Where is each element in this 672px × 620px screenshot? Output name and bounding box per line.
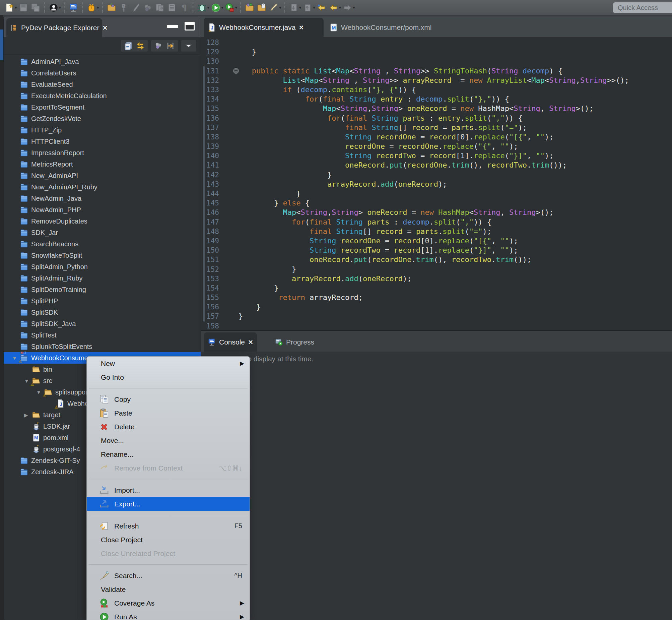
line-number: 157 [201,312,232,321]
code-line-143: 143 arrayRecord.add(oneRecord); [201,179,672,189]
tree-item-label: SnowflakeToSplit [31,252,82,259]
close-console-icon[interactable]: × [248,338,253,346]
tree-item-new-adminapi-ruby[interactable]: New_AdminAPI_Ruby [4,181,201,193]
remote-console-icon[interactable] [68,3,78,13]
minimize-panel-button[interactable] [167,25,178,28]
tree-item-splittest[interactable]: SplitTest [4,329,201,341]
tree-item-splitphp[interactable]: SplitPHP [4,295,201,307]
menu-item-label: New [101,360,115,368]
menu-item-refresh[interactable]: RefreshF5 [87,519,249,533]
menu-item-move[interactable]: Move... [87,434,249,448]
tree-item-metricsreport[interactable]: MetricsReport [4,158,201,170]
tree-item-executemetriccalculation[interactable]: ExecuteMetricCalculation [4,90,201,102]
new-wizard-icon[interactable] [4,3,14,13]
submenu-arrow-icon: ▶ [240,613,244,620]
tree-item-splitsdk[interactable]: SplitSDK [4,307,201,318]
profile-dropdown-icon[interactable]: ▾ [235,5,237,10]
collapse-arrow-icon[interactable]: ▼ [12,355,17,361]
tree-item-snowflaketosplit[interactable]: SnowflakeToSplit [4,250,201,261]
open-resource-folder-icon[interactable] [107,3,117,13]
menu-item-import[interactable]: Import... [87,483,249,497]
close-explorer-icon[interactable]: × [103,24,107,32]
tab-console[interactable]: Console × [204,332,257,352]
tree-item-evaluateseed[interactable]: EvaluateSeed [4,79,201,90]
link-with-editor-icon[interactable] [135,41,146,51]
open-task-icon[interactable] [257,3,267,13]
line-number: 153 [201,274,232,283]
user-profile-icon[interactable] [49,3,59,13]
tree-item-label: bin [43,366,52,373]
expand-arrow-icon[interactable]: ▶ [24,412,28,418]
tab-progress[interactable]: Progress [271,332,318,352]
menu-item-label: Paste [114,409,132,417]
menu-item-go-into[interactable]: Go Into [87,370,249,384]
new-wizard-dropdown-icon[interactable]: ▾ [15,5,17,10]
maximize-panel-button[interactable] [184,22,194,31]
tree-item-removeduplicates[interactable]: RemoveDuplicates [4,215,201,227]
collapse-all-icon[interactable] [123,41,133,51]
split-tool-icon[interactable] [87,3,97,13]
tree-item-splitadmin-ruby[interactable]: SplitAdmin_Ruby [4,272,201,284]
tree-item-sdk-jar[interactable]: SDK_Jar [4,227,201,238]
tree-item-new-adminapi[interactable]: New_AdminAPI [4,170,201,181]
tree-item-splitdemotraining[interactable]: SplitDemoTraining [4,284,201,295]
tab-pydev-package-explorer[interactable]: PyDev Package Explorer × [6,18,102,37]
tab-webhookconsumer-java[interactable]: J WebhookConsumer.java × [204,18,324,37]
line-annotation-marker[interactable] [233,68,239,74]
menu-item-delete[interactable]: Delete [87,420,249,434]
refresh-icon [99,521,110,531]
menu-item-copy[interactable]: Copy [87,393,249,406]
prev-annotation-dropdown-icon[interactable]: ▾ [313,5,315,10]
line-number: 131 [201,66,232,76]
menu-item-validate[interactable]: Validate [87,582,249,596]
collapse-arrow-icon[interactable]: ▼ [24,378,29,384]
tree-item-correlateusers[interactable]: CorrelateUsers [4,67,201,79]
explorer-toolbar [4,37,201,55]
tree-item-splunktosplitevents[interactable]: SplunkToSplitEvents [4,341,201,352]
tree-item-exporttosegment[interactable]: ExportToSegment [4,102,201,113]
tab-pom-xml[interactable]: M WebhookConsumer/pom.xml [326,18,424,37]
tree-item-newadmin-java[interactable]: NewAdmin_Java [4,193,201,204]
back-history-icon[interactable] [329,3,339,13]
menu-item-search[interactable]: Search...^H [87,569,249,582]
open-run-config-icon[interactable] [244,3,255,13]
view-menu-icon[interactable] [183,41,193,51]
back-history-dropdown-icon[interactable]: ▾ [339,5,341,10]
menu-item-close-project[interactable]: Close Project [87,533,249,547]
code-editor[interactable]: 128129 }130131 public static List<Map<St… [201,37,672,330]
mark-occurrences-dropdown-icon[interactable]: ▾ [279,5,281,10]
tree-item-splitadmin-python[interactable]: SplitAdmin_Python [4,261,201,272]
menu-item-run-as[interactable]: Run As▶ [87,610,249,620]
tree-item-label: HTTP_Zip [31,126,62,134]
tree-item-impressionreport[interactable]: ImpressionReport [4,147,201,158]
menu-item-rename[interactable]: Rename... [87,448,249,461]
forward-history-dropdown-icon[interactable]: ▾ [353,5,355,10]
mark-occurrences-icon[interactable] [269,3,279,13]
menu-item-new[interactable]: New▶ [87,357,249,370]
user-profile-dropdown-icon[interactable]: ▾ [59,5,61,10]
run-dropdown-icon[interactable]: ▾ [221,5,223,10]
debug-icon[interactable] [197,3,207,13]
tree-item-splitsdk-java[interactable]: SplitSDK_Java [4,318,201,329]
quick-access-input[interactable]: Quick Access [613,2,672,13]
menu-item-paste[interactable]: Paste [87,406,249,420]
tree-item-getzendeskvote[interactable]: GetZendeskVote [4,113,201,124]
tree-item-searchbeacons[interactable]: SearchBeacons [4,238,201,250]
tree-item-newadmin-php[interactable]: NewAdmin_PHP [4,204,201,215]
menu-item-coverage-as[interactable]: Coverage As▶ [87,596,249,610]
tree-item-adminapi-java[interactable]: AdminAPI_Java [4,56,201,67]
customize-view-icon[interactable] [154,41,164,51]
tree-item-http-zip[interactable]: HTTP_Zip [4,124,201,136]
run-icon [99,612,110,620]
filters-icon[interactable] [166,41,175,51]
next-annotation-dropdown-icon[interactable]: ▾ [299,5,301,10]
tree-item-httpclient3[interactable]: HTTPClient3 [4,136,201,147]
last-edit-location-icon[interactable] [317,3,327,13]
debug-dropdown-icon[interactable]: ▾ [207,5,210,10]
split-tool-dropdown-icon[interactable]: ▾ [97,5,99,10]
profile-icon[interactable] [225,3,235,13]
collapse-arrow-icon[interactable]: ▼ [36,390,41,395]
menu-item-export[interactable]: Export... [87,497,249,511]
close-tab-icon[interactable]: × [299,23,303,32]
run-icon[interactable] [211,3,221,13]
